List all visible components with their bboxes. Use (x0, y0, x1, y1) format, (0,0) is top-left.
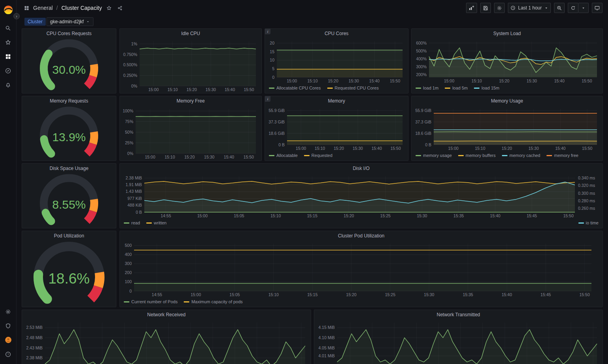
panel-pod-utilization: Pod Utilization 18.6% (22, 231, 116, 307)
panel-system-load: System Load 200%300%400%500%600%15:0015:… (411, 28, 603, 93)
panel-info-icon[interactable]: i (265, 29, 270, 34)
svg-text:4.05 MiB: 4.05 MiB (319, 345, 335, 350)
search-icon[interactable] (2, 22, 15, 34)
svg-text:8.55%: 8.55% (52, 198, 86, 211)
toolbar-actions: Last 1 hour (466, 3, 602, 13)
svg-text:15:50: 15:50 (582, 78, 592, 83)
panel-title[interactable]: Memory Free (120, 96, 261, 106)
svg-text:15:40: 15:40 (369, 78, 379, 83)
cycle-view-button[interactable] (592, 3, 602, 13)
refresh-button[interactable] (568, 3, 578, 13)
svg-text:0 B: 0 B (136, 210, 142, 215)
share-dashboard-icon[interactable] (116, 4, 124, 12)
svg-text:14:55: 14:55 (152, 292, 162, 297)
svg-text:15:00: 15:00 (444, 78, 454, 83)
zoom-out-button[interactable] (554, 3, 565, 13)
star-dashboard-icon[interactable] (105, 4, 113, 12)
legend-item[interactable]: memory buffers (458, 153, 496, 158)
panel-title[interactable]: Network Received (22, 310, 311, 319)
legend-item[interactable]: memory free (546, 153, 578, 158)
add-panel-button[interactable] (466, 3, 477, 13)
grafana-logo[interactable] (2, 3, 15, 17)
svg-text:15:10: 15:10 (315, 146, 325, 151)
cluster-variable-label[interactable]: Cluster (24, 18, 46, 26)
settings-gear-icon[interactable] (2, 306, 15, 317)
chart-disk-io[interactable]: 0 B488 KiB977 KiB1.43 MiB1.91 MiB2.38 Mi… (120, 173, 602, 219)
svg-text:15:45: 15:45 (527, 213, 537, 218)
explore-compass-icon[interactable] (2, 65, 15, 77)
chart-memory-usage[interactable]: 0 B18.6 GiB37.3 GiB55.9 GiB15:0015:1015:… (412, 106, 602, 152)
security-shield-icon[interactable] (2, 320, 15, 332)
chart-idle-cpu[interactable]: 0%0.250%0.500%0.750%1%15:0015:1015:2015:… (120, 38, 261, 93)
cluster-variable-dropdown[interactable]: gke-admin-d2jkf (47, 17, 93, 26)
panel-title[interactable]: Network Transmitted (314, 310, 602, 319)
legend-item[interactable]: load 15m (474, 86, 499, 90)
sidebar-top-group (2, 3, 15, 91)
svg-text:2.38 MiB: 2.38 MiB (26, 355, 43, 360)
svg-text:15:25: 15:25 (385, 292, 395, 297)
panel-cpu-cores-requests: CPU Cores Requests 30.0% (22, 28, 116, 93)
svg-text:15:00: 15:00 (287, 78, 297, 83)
svg-text:15:00: 15:00 (197, 213, 207, 218)
breadcrumb-folder[interactable]: General (33, 5, 53, 11)
panel-memory-requests: Memory Requests 13.9% (22, 96, 116, 161)
svg-text:400: 400 (125, 252, 132, 257)
panel-info-icon[interactable]: i (265, 96, 270, 102)
starred-icon[interactable] (2, 36, 15, 48)
panel-title[interactable]: System Load (412, 29, 602, 38)
refresh-group (568, 3, 589, 13)
svg-text:37.3 GiB: 37.3 GiB (415, 119, 431, 124)
panel-title[interactable]: Disk Space Usage (22, 164, 116, 173)
dashboards-icon[interactable] (2, 50, 15, 62)
panel-title[interactable]: Cluster Pod Utilization (120, 231, 602, 241)
chart-memory-free[interactable]: 0%25%50%75%100%15:0015:1015:2015:3015:40… (120, 106, 261, 161)
legend-item[interactable]: load 5m (445, 86, 468, 90)
panel-title[interactable]: Pod Utilization (22, 231, 116, 241)
alerting-bell-icon[interactable] (2, 79, 15, 91)
legend-item[interactable]: Allocatable (269, 153, 298, 158)
svg-text:15:50: 15:50 (390, 146, 401, 151)
panel-title[interactable]: Memory (265, 96, 408, 106)
svg-text:0.750%: 0.750% (123, 52, 137, 57)
svg-text:0 B: 0 B (278, 142, 285, 147)
legend-item[interactable]: Current number of Pods (124, 299, 177, 304)
chart-memory[interactable]: 0 B18.6 GiB37.3 GiB55.9 GiB15:0015:1015:… (265, 106, 408, 152)
legend-item[interactable]: memory usage (416, 153, 452, 158)
svg-text:?: ? (7, 353, 9, 356)
gauge-cpu-cores-requests: 30.0% (22, 38, 116, 93)
legend-item[interactable]: Maximum capacity of pods (184, 299, 242, 304)
legend-item[interactable]: Allocatable CPU Cores (269, 86, 321, 90)
panel-title[interactable]: CPU Cores (265, 29, 408, 38)
chart-cpu-cores[interactable]: 0510152015:0015:1015:2015:3015:4015:50 (265, 38, 408, 84)
panel-title[interactable]: Memory Usage (412, 96, 602, 106)
legend-item[interactable]: read (124, 220, 140, 225)
breadcrumb-dashboard-title[interactable]: Cluster Capacity (62, 5, 102, 11)
refresh-interval-caret[interactable] (578, 3, 589, 13)
chart-system-load[interactable]: 200%300%400%500%600%15:0015:1015:2015:30… (412, 38, 602, 84)
legend-item[interactable]: Requested (304, 153, 332, 158)
panel-title[interactable]: Idle CPU (120, 29, 261, 38)
svg-text:15:40: 15:40 (371, 146, 382, 151)
chart-cluster-pod-utilization[interactable]: 010020030040050014:5515:0015:0515:1015:1… (120, 241, 602, 298)
chart-network-received[interactable]: 2.34 MiB2.38 MiB2.43 MiB2.48 MiB2.53 MiB… (22, 319, 311, 364)
panel-title[interactable]: Memory Requests (22, 96, 116, 106)
panel-title[interactable]: Disk I/O (120, 164, 602, 173)
legend-item[interactable]: memory cached (502, 153, 540, 158)
svg-text:15:30: 15:30 (352, 146, 363, 151)
legend-item[interactable]: Requested CPU Cores (327, 86, 379, 90)
user-avatar[interactable] (2, 334, 15, 346)
sidebar-expand-chevron[interactable]: › (13, 13, 20, 19)
svg-text:15:10: 15:10 (270, 213, 281, 218)
time-range-picker[interactable]: Last 1 hour (508, 3, 551, 13)
chart-network-transmitted[interactable]: 3.96 MiB4.01 MiB4.05 MiB4.10 MiB4.15 MiB… (314, 319, 602, 364)
legend-item[interactable]: load 1m (416, 86, 438, 90)
svg-text:0.340 ms: 0.340 ms (578, 175, 595, 180)
save-dashboard-button[interactable] (480, 3, 491, 13)
svg-text:15:30: 15:30 (204, 155, 214, 159)
help-icon[interactable]: ? (2, 348, 15, 360)
legend-item[interactable]: written (146, 220, 166, 225)
dashboard-settings-button[interactable] (494, 3, 505, 13)
svg-text:1.91 MiB: 1.91 MiB (126, 182, 142, 187)
legend-item[interactable]: io time (578, 220, 599, 225)
panel-title[interactable]: CPU Cores Requests (22, 29, 116, 38)
